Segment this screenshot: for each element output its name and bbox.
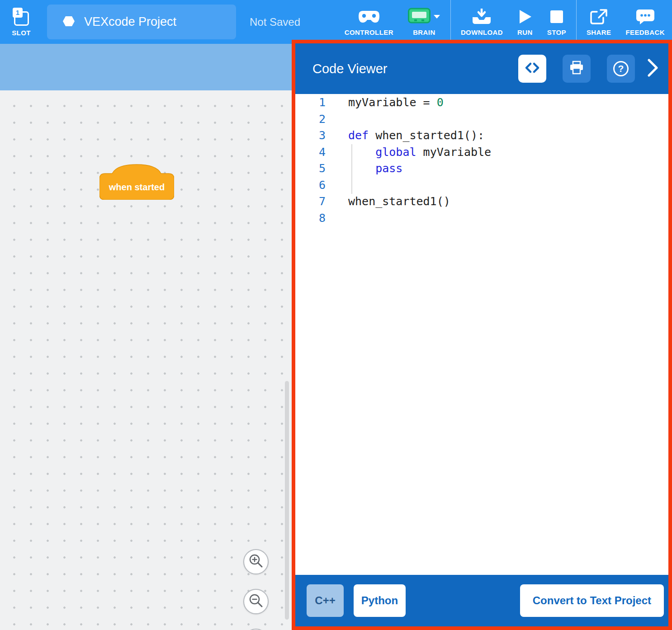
code-line-text: global myVariable [326, 144, 491, 161]
share-button[interactable]: SHARE [579, 0, 619, 44]
project-title: VEXcode Project [84, 15, 176, 29]
code-line: 3def when_started1(): [295, 127, 668, 144]
code-viewer-panel: Code Viewer ? [292, 40, 672, 630]
slot-number: 1 [13, 8, 23, 18]
blocks-canvas[interactable]: when started [0, 90, 292, 630]
run-button[interactable]: RUN [510, 0, 540, 44]
download-icon [472, 8, 492, 26]
language-tab-cpp[interactable]: C++ [307, 584, 344, 617]
help-icon: ? [613, 61, 629, 76]
line-number: 3 [295, 127, 326, 144]
stop-label: STOP [547, 28, 566, 36]
code-toggle-button[interactable] [518, 55, 546, 83]
code-line-text [326, 177, 348, 194]
indent-guide [351, 144, 352, 194]
code-line-text: def when_started1(): [326, 127, 484, 144]
hexagon-logo-icon [62, 15, 75, 29]
code-line-text: pass [326, 160, 402, 177]
slot-button[interactable]: 1 SLOT [0, 8, 43, 37]
code-editor[interactable]: 1myVariable = 023def when_started1():4 g… [295, 94, 668, 575]
when-started-block[interactable]: when started [99, 164, 174, 200]
code-line: 8 [295, 210, 668, 227]
download-button[interactable]: DOWNLOAD [454, 0, 510, 44]
code-viewer-header: Code Viewer ? [295, 43, 668, 94]
save-status: Not Saved [250, 16, 300, 28]
feedback-button[interactable]: FEEDBACK [618, 0, 672, 44]
brain-button[interactable]: BRAIN [401, 0, 448, 44]
help-button[interactable]: ? [607, 55, 635, 83]
zoom-in-button[interactable] [243, 549, 269, 574]
line-number: 7 [295, 193, 326, 210]
brain-dropdown-caret-icon[interactable] [433, 13, 440, 21]
code-line-text [326, 210, 348, 227]
code-viewer-footer: C++ Python Convert to Text Project [295, 575, 668, 626]
feedback-icon [635, 8, 655, 26]
brain-icon [408, 8, 431, 26]
code-brackets-icon [525, 61, 540, 77]
zoom-out-button[interactable] [243, 589, 269, 614]
run-label: RUN [517, 28, 533, 36]
toolbar-divider [450, 0, 451, 44]
top-bar: 1 SLOT VEXcode Project Not Saved CONTROL… [0, 0, 672, 44]
line-number: 5 [295, 160, 326, 177]
code-line: 7when_started1() [295, 193, 668, 210]
language-tab-python[interactable]: Python [354, 584, 406, 617]
project-name-button[interactable]: VEXcode Project [47, 5, 236, 39]
block-palette-band [0, 44, 292, 90]
share-icon [590, 8, 608, 26]
controller-button[interactable]: CONTROLLER [337, 0, 401, 44]
zoom-in-icon [248, 553, 264, 570]
line-number: 1 [295, 94, 326, 111]
code-line-text: myVariable = 0 [326, 94, 444, 111]
run-icon [518, 8, 532, 26]
download-label: DOWNLOAD [461, 28, 503, 36]
line-number: 2 [295, 111, 326, 128]
code-line: 1myVariable = 0 [295, 94, 668, 111]
line-number: 4 [295, 144, 326, 161]
canvas-vertical-scrollbar[interactable] [285, 381, 289, 620]
slot-label: SLOT [12, 29, 31, 37]
slot-icon: 1 [13, 8, 30, 27]
print-button[interactable] [563, 55, 591, 83]
code-line-text: when_started1() [326, 193, 450, 210]
chevron-right-icon [648, 59, 658, 79]
collapse-panel-button[interactable] [648, 59, 658, 79]
stop-icon [549, 8, 564, 26]
brain-label: BRAIN [413, 28, 435, 36]
workspace-area: when started [0, 44, 292, 630]
controller-label: CONTROLLER [345, 28, 393, 36]
toolbar-divider [576, 0, 577, 44]
line-number: 8 [295, 210, 326, 227]
zoom-out-icon [248, 593, 264, 610]
controller-icon [358, 8, 380, 26]
code-viewer-title: Code Viewer [312, 61, 502, 76]
when-started-label: when started [99, 174, 174, 200]
code-line: 2 [295, 111, 668, 128]
code-line-text [326, 111, 348, 128]
stop-button[interactable]: STOP [540, 0, 573, 44]
share-label: SHARE [587, 28, 611, 36]
convert-to-text-project-button[interactable]: Convert to Text Project [520, 584, 664, 617]
feedback-label: FEEDBACK [625, 28, 665, 36]
line-number: 6 [295, 177, 326, 194]
printer-icon [569, 61, 584, 77]
